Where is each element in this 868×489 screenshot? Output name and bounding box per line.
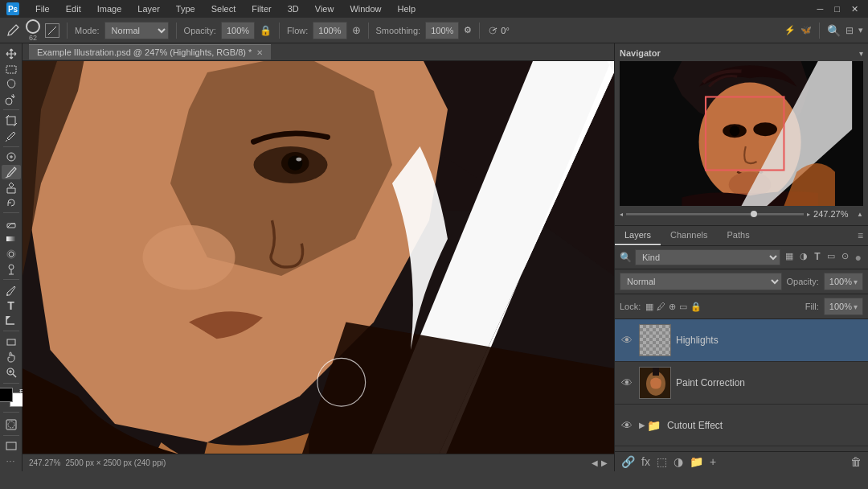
pressure-icon[interactable]: ⚡ (784, 25, 796, 35)
type-filter-icon[interactable]: T (813, 249, 821, 265)
move-tool[interactable] (2, 47, 21, 61)
dodge-tool[interactable] (2, 262, 21, 277)
new-adjustment-icon[interactable]: ◑ (674, 455, 683, 468)
navigator-preview[interactable] (620, 61, 863, 206)
flow-value-display[interactable]: 100% (313, 22, 346, 39)
airbrush-icon[interactable]: ⊕ (352, 24, 361, 36)
shape-tool[interactable] (2, 335, 21, 349)
layer-item-highlights[interactable]: 👁 Highlights (615, 319, 868, 362)
status-arrow-left[interactable]: ◀ (592, 458, 598, 467)
zoom-tool[interactable] (2, 365, 21, 380)
lasso-tool[interactable] (2, 77, 21, 92)
add-style-icon[interactable]: fx (641, 455, 650, 468)
menu-view[interactable]: View (312, 2, 338, 15)
tab-layers[interactable]: Layers (615, 226, 661, 245)
crop-tool[interactable] (2, 113, 21, 128)
lock-all-icon[interactable]: 🔒 (690, 302, 702, 312)
mode-select[interactable]: Normal Multiply Screen Overlay (104, 22, 169, 39)
screen-mode-btn[interactable] (2, 438, 21, 453)
tab-paths[interactable]: Paths (718, 226, 760, 245)
menu-edit[interactable]: Edit (63, 2, 84, 15)
search-icon[interactable]: 🔍 (827, 24, 841, 37)
brush-tool-icon[interactable] (5, 23, 21, 39)
brush-tool[interactable] (2, 165, 21, 179)
maximize-btn[interactable]: □ (831, 2, 843, 16)
quick-mask-btn[interactable] (2, 417, 21, 432)
brush-preset-picker[interactable]: 62 (26, 19, 40, 42)
status-arrow-right[interactable]: ▶ (601, 458, 608, 467)
toggle-filter-icon[interactable]: ● (854, 249, 863, 265)
link-layers-icon[interactable]: 🔗 (621, 455, 635, 468)
layer-expand-arrow[interactable]: ▶ (639, 421, 645, 429)
symmetry-icon[interactable]: 🦋 (800, 25, 812, 35)
new-group-icon[interactable]: 📁 (690, 455, 703, 468)
type-tool[interactable]: T (2, 298, 21, 313)
opacity-input[interactable]: 100% ▾ (824, 273, 863, 290)
clone-stamp-tool[interactable] (2, 180, 21, 195)
layer-visibility-cutout[interactable]: 👁 (621, 419, 634, 432)
pixel-filter-icon[interactable]: ▦ (784, 249, 795, 265)
shape-filter-icon[interactable]: ▭ (825, 249, 837, 265)
menu-3d[interactable]: 3D (285, 2, 302, 15)
menu-file[interactable]: File (32, 2, 53, 15)
document-tab-item[interactable]: Example Illustration.psd @ 247% (Highlig… (29, 44, 271, 60)
eraser-tool[interactable] (2, 216, 21, 231)
new-layer-icon[interactable]: + (710, 455, 716, 468)
smoothing-settings-icon[interactable]: ⚙ (464, 25, 472, 35)
zoom-in-icon[interactable]: ▸ (807, 211, 810, 218)
menu-filter[interactable]: Filter (248, 2, 274, 15)
hand-tool[interactable] (2, 350, 21, 364)
wand-tool[interactable] (2, 92, 21, 106)
opacity-lock-icon[interactable]: 🔒 (260, 25, 272, 36)
tab-channels[interactable]: Channels (661, 226, 717, 245)
menu-layer[interactable]: Layer (134, 2, 163, 15)
navigator-collapse-icon[interactable]: ▾ (859, 49, 863, 58)
add-mask-icon[interactable]: ⬚ (657, 455, 667, 468)
zoom-up-arrow[interactable]: ▲ (857, 211, 863, 218)
menu-help[interactable]: Help (395, 2, 420, 15)
blend-mode-select[interactable]: Normal Multiply Screen Overlay Soft Ligh… (620, 273, 782, 290)
layer-item-paint-correction[interactable]: 👁 Paint Correction (615, 362, 868, 405)
zoom-percentage: 247.27% (29, 458, 60, 467)
foreground-color[interactable] (0, 388, 13, 402)
kind-filter-select[interactable]: Kind Name Effect Mode Attribute Color Sm… (635, 249, 780, 265)
minimize-btn[interactable]: ─ (814, 2, 827, 16)
zoom-out-icon[interactable]: ◂ (620, 211, 623, 218)
close-tab-icon[interactable]: ✕ (256, 48, 263, 57)
workspace-dropdown-icon[interactable]: ▾ (858, 25, 863, 35)
marquee-tool[interactable] (2, 62, 21, 76)
menu-select[interactable]: Select (208, 2, 240, 15)
panel-menu-icon[interactable]: ≡ (858, 230, 863, 241)
close-btn[interactable]: ✕ (848, 2, 862, 16)
menu-type[interactable]: Type (173, 2, 199, 15)
canvas-content[interactable] (23, 61, 614, 454)
arrange-icon[interactable]: ⊟ (845, 25, 854, 36)
lock-transparent-icon[interactable]: ▦ (645, 302, 653, 312)
layer-visibility-paint[interactable]: 👁 (621, 376, 634, 389)
history-brush-tool[interactable] (2, 195, 21, 210)
pen-tool[interactable] (2, 283, 21, 298)
lock-position-icon[interactable]: ⊕ (669, 302, 676, 312)
layer-item-cutout[interactable]: 👁 ▶ 📁 Cutout Effect (615, 405, 868, 446)
lock-artboard-icon[interactable]: ▭ (679, 302, 687, 312)
healing-tool[interactable] (2, 150, 21, 164)
opacity-value-display[interactable]: 100% (221, 22, 255, 39)
blur-tool[interactable] (2, 247, 21, 261)
adjustment-filter-icon[interactable]: ◑ (798, 249, 809, 265)
lock-image-icon[interactable]: 🖊 (657, 302, 665, 312)
gradient-tool[interactable] (2, 232, 21, 246)
layer-visibility-highlights[interactable]: 👁 (621, 334, 634, 347)
smoothing-value-display[interactable]: 100% (425, 22, 459, 39)
delete-layer-icon[interactable]: 🗑 (850, 455, 862, 468)
ps-logo[interactable]: Ps (6, 2, 19, 15)
fill-input[interactable]: 100% ▾ (824, 298, 863, 315)
menu-image[interactable]: Image (94, 2, 125, 15)
zoom-slider[interactable] (626, 213, 804, 216)
more-tools-btn[interactable]: ··· (2, 454, 21, 468)
eyedropper-tool[interactable] (2, 129, 21, 143)
menu-window[interactable]: Window (346, 2, 384, 15)
smart-filter-icon[interactable]: ⊙ (840, 249, 850, 265)
brush-hardness-toggle[interactable] (45, 23, 59, 38)
path-select-tool[interactable] (2, 314, 21, 328)
color-picker[interactable]: ⇄ (0, 388, 24, 407)
